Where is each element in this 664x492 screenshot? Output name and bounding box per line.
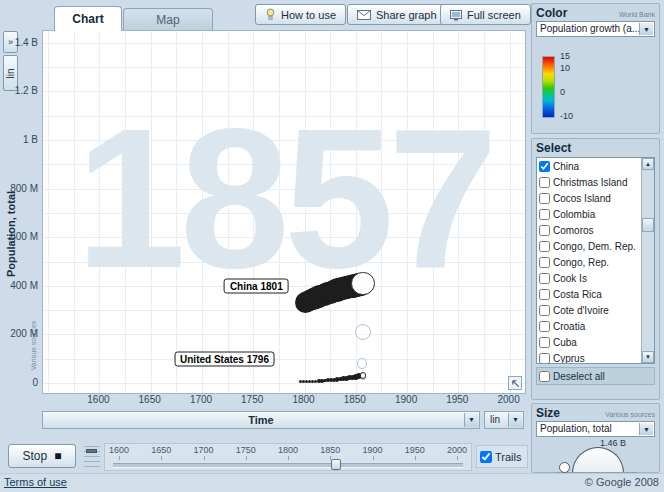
country-row-comoros[interactable]: Comoros [537, 222, 654, 238]
bubble-label-china[interactable]: China 1801 [224, 278, 289, 293]
color-panel-source: World Bank [619, 11, 655, 18]
copyright-text: © Google 2008 [585, 476, 659, 488]
size-panel-title: Size [536, 406, 560, 420]
how-to-use-label: How to use [281, 9, 336, 21]
speed-slider[interactable] [84, 446, 100, 468]
unselected-bubble[interactable] [355, 324, 372, 341]
country-label: Congo, Rep. [553, 257, 609, 268]
country-list[interactable]: ChinaChristmas IslandCocos IslandColombi… [536, 157, 655, 364]
size-gauge-min-circle [559, 462, 570, 473]
size-panel: Size Various sources Population, total ▼… [531, 403, 660, 473]
country-row-cyprus[interactable]: Cyprus [537, 350, 654, 364]
timeline-track[interactable] [113, 463, 463, 468]
terms-of-use-link[interactable]: Terms of use [4, 476, 67, 488]
timeline-tick [161, 456, 162, 460]
country-row-costa-rica[interactable]: Costa Rica [537, 286, 654, 302]
country-checkbox[interactable] [539, 305, 550, 316]
country-row-congo-dem-rep-[interactable]: Congo, Dem. Rep. [537, 238, 654, 254]
country-checkbox[interactable] [539, 225, 550, 236]
x-tick-label: 1650 [130, 394, 170, 405]
country-label: Cuba [553, 337, 577, 348]
x-axis-selector[interactable]: Time ▼ [42, 411, 480, 429]
color-panel-title: Color [536, 6, 567, 20]
country-checkbox[interactable] [539, 193, 550, 204]
select-panel: Select ChinaChristmas IslandCocos Island… [531, 138, 660, 400]
country-row-christmas-island[interactable]: Christmas Island [537, 174, 654, 190]
motion-chart-app: Map Chart How to use Share graph Full sc… [0, 0, 664, 492]
size-indicator-dropdown[interactable]: Population, total ▼ [536, 421, 655, 437]
trails-checkbox[interactable] [480, 451, 492, 463]
country-checkbox[interactable] [539, 289, 550, 300]
y-tick-label: 1.4 B [15, 37, 38, 48]
how-to-use-button[interactable]: How to use [255, 4, 346, 25]
scroll-down-icon[interactable]: ▼ [642, 351, 654, 363]
country-checkbox[interactable] [539, 209, 550, 220]
country-checkbox[interactable] [539, 321, 550, 332]
full-screen-label: Full screen [467, 9, 521, 21]
scrollbar-thumb[interactable] [642, 218, 654, 232]
deselect-all-checkbox[interactable] [539, 371, 550, 382]
country-checkbox[interactable] [539, 161, 550, 172]
resize-grip[interactable] [508, 376, 522, 390]
x-scale-label: lin [490, 414, 500, 425]
timeline-handle[interactable] [331, 459, 341, 470]
chevron-down-icon: ▼ [508, 413, 522, 427]
timeline-year-label: 1900 [358, 445, 388, 455]
trails-toggle[interactable]: Trails [476, 445, 528, 468]
country-checkbox[interactable] [539, 273, 550, 284]
country-row-cote-d-ivoire[interactable]: Cote d'Ivoire [537, 302, 654, 318]
tab-chart[interactable]: Chart [54, 6, 122, 31]
full-screen-button[interactable]: Full screen [440, 4, 531, 25]
color-legend-gradient [542, 56, 555, 118]
country-row-colombia[interactable]: Colombia [537, 206, 654, 222]
country-label: Cote d'Ivoire [553, 305, 609, 316]
timeline-tick [204, 456, 205, 460]
stop-square-icon: ■ [54, 450, 61, 462]
country-rows: ChinaChristmas IslandCocos IslandColombi… [537, 158, 654, 364]
envelope-icon [357, 10, 371, 20]
unselected-bubble[interactable] [357, 358, 367, 368]
current-bubble-china[interactable] [351, 272, 374, 295]
x-tick-label: 1900 [386, 394, 426, 405]
speed-slider-handle[interactable] [86, 449, 97, 453]
legend-value: -10 [560, 111, 573, 121]
country-row-cook-is[interactable]: Cook Is [537, 270, 654, 286]
country-row-croatia[interactable]: Croatia [537, 318, 654, 334]
trails-label: Trails [495, 451, 521, 463]
color-indicator-value: Population growth (a... [540, 23, 640, 34]
timeline-year-label: 1800 [273, 445, 303, 455]
country-checkbox[interactable] [539, 177, 550, 188]
country-row-china[interactable]: China [537, 158, 654, 174]
country-checkbox[interactable] [539, 241, 550, 252]
select-panel-title: Select [536, 141, 571, 155]
timeline[interactable]: 160016501700175018001850190019502000 [104, 443, 472, 471]
country-label: Christmas Island [553, 177, 627, 188]
stop-button[interactable]: Stop ■ [8, 444, 76, 468]
share-graph-button[interactable]: Share graph [347, 4, 447, 25]
country-row-congo-rep-[interactable]: Congo, Rep. [537, 254, 654, 270]
country-label: Cyprus [553, 353, 585, 364]
tab-map[interactable]: Map [123, 8, 213, 31]
chevron-down-icon: ▼ [639, 423, 653, 435]
x-scale-dropdown[interactable]: lin ▼ [484, 411, 524, 429]
share-graph-label: Share graph [376, 9, 437, 21]
country-row-cocos-island[interactable]: Cocos Island [537, 190, 654, 206]
timeline-tick [288, 456, 289, 460]
bubble-label-united-states[interactable]: United States 1796 [174, 351, 275, 366]
scroll-up-icon[interactable]: ▲ [642, 158, 654, 170]
deselect-all-row[interactable]: Deselect all [536, 367, 655, 385]
country-checkbox[interactable] [539, 353, 550, 364]
country-checkbox[interactable] [539, 257, 550, 268]
plot-area[interactable]: 1857 China 1801United States 1796 [42, 30, 526, 394]
country-label: Cook Is [553, 273, 587, 284]
country-checkbox[interactable] [539, 337, 550, 348]
legend-value: 0 [560, 87, 565, 97]
x-tick-label: 1950 [437, 394, 477, 405]
country-row-cuba[interactable]: Cuba [537, 334, 654, 350]
color-indicator-dropdown[interactable]: Population growth (a... ▼ [536, 21, 655, 37]
country-label: Congo, Dem. Rep. [553, 241, 636, 252]
x-tick-label: 1700 [181, 394, 221, 405]
current-bubble-united-states[interactable] [360, 372, 366, 378]
scrollbar[interactable]: ▲ ▼ [641, 158, 654, 363]
y-tick-label: 600 M [10, 231, 38, 242]
